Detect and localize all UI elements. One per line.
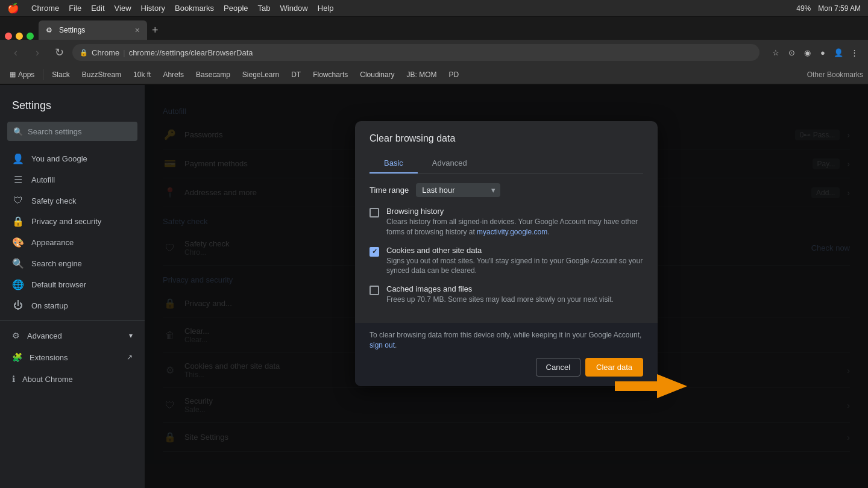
sidebar-search[interactable]: 🔍 Search settings [7,122,137,141]
browsing-history-checkbox[interactable] [370,208,379,217]
bookmark-basecamp[interactable]: Basecamp [191,69,235,80]
other-bookmarks[interactable]: Other Bookmarks [807,70,863,79]
sidebar-item-about-chrome[interactable]: ℹ About Chrome [0,369,145,389]
chevron-down-icon: ▾ [129,331,133,340]
new-tab-button[interactable]: + [152,20,159,40]
dialog-footer: To clear browsing data from this device … [355,323,658,386]
myactivity-link[interactable]: myactivity.google.com [477,228,547,236]
sign-out-link[interactable]: sign out [370,341,395,349]
sidebar-item-default-browser[interactable]: 🌐 Default browser [0,274,137,295]
sidebar-item-autofill[interactable]: ☰ Autofill [0,169,137,190]
browsing-history-row: Browsing history Clears history from all… [370,207,643,237]
clear-browsing-data-dialog: Clear browsing data Basic Advanced Time … [355,121,658,386]
browsing-history-label: Browsing history [386,207,643,216]
cached-images-text: Cached images and files Frees up 70.7 MB… [386,284,614,305]
maximize-window-button[interactable] [27,33,34,40]
bookmark-star-icon[interactable]: ☆ [769,46,782,59]
extension-icon-3[interactable]: ● [816,46,829,59]
tab-advanced[interactable]: Advanced [418,154,482,174]
menu-bookmarks[interactable]: Bookmarks [175,4,214,13]
extension-icon-2[interactable]: ◉ [800,46,814,59]
bookmark-label: JB: MOM [407,70,437,79]
menu-window[interactable]: Window [280,4,308,13]
appearance-icon: 🎨 [12,237,24,248]
sidebar-label: Search engine [31,259,82,268]
sidebar-item-you-and-google[interactable]: 👤 You and Google [0,148,137,169]
sidebar-label: Privacy and security [31,217,101,226]
bookmark-siegelearn[interactable]: SiegeLearn [237,69,284,80]
apple-menu[interactable]: 🍎 [7,2,19,14]
cancel-button[interactable]: Cancel [536,358,580,377]
settings-tab[interactable]: ⚙ Settings × [39,20,147,40]
menu-edit[interactable]: Edit [91,4,104,13]
bookmark-ahrefs[interactable]: Ahrefs [158,69,189,80]
sidebar-item-privacy[interactable]: 🔒 Privacy and security [0,211,137,232]
browsing-history-text: Browsing history Clears history from all… [386,207,643,237]
time-range-select[interactable]: Last hour Last 24 hours Last 7 days Last… [416,183,500,197]
arrow-annotation [615,371,687,401]
extensions-icon: 🧩 [12,352,22,362]
bookmark-buzzstream[interactable]: BuzzStream [77,69,126,80]
tab-close-button[interactable]: × [135,25,140,35]
menu-people[interactable]: People [224,4,248,13]
tab-basic[interactable]: Basic [370,154,418,174]
back-button[interactable]: ‹ [7,46,24,59]
sidebar-item-extensions[interactable]: 🧩 Extensions ↗ [0,348,145,367]
sidebar-item-search-engine[interactable]: 🔍 Search engine [0,253,137,274]
bookmark-10kft[interactable]: 10k ft [128,69,156,80]
minimize-window-button[interactable] [16,33,23,40]
sidebar-item-appearance[interactable]: 🎨 Appearance [0,232,137,253]
bookmark-apps[interactable]: ▦ Apps [5,69,39,80]
cached-images-checkbox[interactable] [370,286,379,295]
sidebar-label: You and Google [31,154,87,163]
sidebar-item-safety-check[interactable]: 🛡 Safety check [0,190,137,211]
menu-file[interactable]: File [69,4,81,13]
advanced-icon: ⚙ [12,331,20,340]
autofill-icon: ☰ [12,174,24,186]
cookies-checkbox[interactable] [370,247,379,257]
profile-icon[interactable]: 👤 [832,46,845,59]
shield-icon: 🛡 [12,195,24,206]
svg-marker-0 [615,374,687,398]
bookmark-cloudinary[interactable]: Cloudinary [355,69,399,80]
address-bar[interactable]: 🔒 Chrome | chrome://settings/clearBrowse… [72,44,760,61]
menubar-status: 49% Mon 7:59 AM [796,4,861,13]
search-placeholder: Search settings [28,127,82,136]
tab-bar: ⚙ Settings × + [0,17,868,40]
sidebar-label: Advanced [27,331,62,340]
tab-title: Settings [59,26,130,34]
sidebar-divider [0,321,145,321]
menu-chrome[interactable]: Chrome [31,4,59,13]
bookmark-pd[interactable]: PD [444,69,464,80]
extension-icon-1[interactable]: ⊙ [785,46,798,59]
dialog-tabs: Basic Advanced [370,154,643,174]
info-icon: ℹ [12,374,15,384]
menu-view[interactable]: View [115,4,131,13]
menu-help[interactable]: Help [318,4,334,13]
bookmark-slack[interactable]: Slack [47,69,74,80]
sidebar-label: On startup [31,301,68,310]
sidebar-item-on-startup[interactable]: ⏻ On startup [0,295,137,316]
bookmark-label: Apps [18,70,34,79]
menu-icon[interactable]: ⋮ [848,46,861,59]
sidebar: Settings 🔍 Search settings 👤 You and Goo… [0,85,145,488]
nav-bar: ‹ › ↻ 🔒 Chrome | chrome://settings/clear… [0,40,868,65]
sidebar-item-advanced[interactable]: ⚙ Advanced ▾ [0,326,145,345]
menu-history[interactable]: History [141,4,165,13]
person-icon: 👤 [12,153,24,164]
tab-favicon: ⚙ [46,26,54,34]
bookmark-jbmom[interactable]: JB: MOM [402,69,442,80]
forward-button[interactable]: › [29,46,46,59]
browser-chrome: ⚙ Settings × + ‹ › ↻ 🔒 Chrome | chrome:/… [0,17,868,85]
search-engine-icon: 🔍 [12,258,24,269]
bookmark-dt[interactable]: DT [286,69,306,80]
bookmark-flowcharts[interactable]: Flowcharts [308,69,353,80]
time-range-select-wrapper[interactable]: Last hour Last 24 hours Last 7 days Last… [416,183,500,197]
chrome-label: Chrome [92,48,119,57]
menu-tab[interactable]: Tab [258,4,271,13]
dialog-buttons: Cancel Clear data [370,358,643,377]
battery-status: 49% [796,4,811,13]
close-window-button[interactable] [5,33,12,40]
traffic-lights [5,33,34,40]
reload-button[interactable]: ↻ [51,46,68,59]
